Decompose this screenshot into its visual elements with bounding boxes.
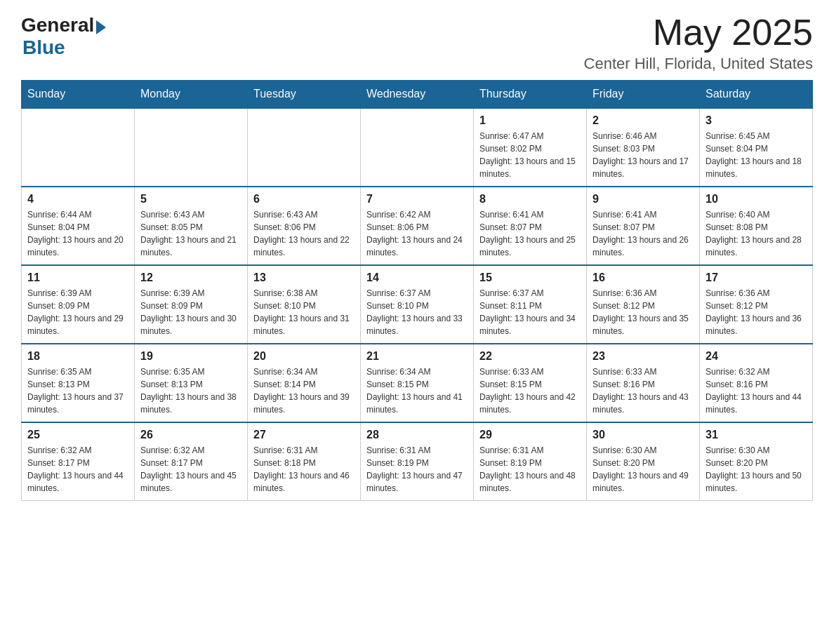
- week-row-1: 1Sunrise: 6:47 AM Sunset: 8:02 PM Daylig…: [22, 108, 813, 187]
- calendar-cell: 3Sunrise: 6:45 AM Sunset: 8:04 PM Daylig…: [700, 108, 813, 187]
- day-header-wednesday: Wednesday: [361, 81, 474, 109]
- calendar-cell: 30Sunrise: 6:30 AM Sunset: 8:20 PM Dayli…: [587, 422, 700, 501]
- calendar-cell: 14Sunrise: 6:37 AM Sunset: 8:10 PM Dayli…: [361, 265, 474, 344]
- day-info: Sunrise: 6:40 AM Sunset: 8:08 PM Dayligh…: [706, 208, 807, 259]
- day-number: 5: [140, 193, 241, 206]
- day-number: 1: [479, 114, 581, 127]
- calendar-cell: 4Sunrise: 6:44 AM Sunset: 8:04 PM Daylig…: [22, 187, 135, 265]
- day-info: Sunrise: 6:30 AM Sunset: 8:20 PM Dayligh…: [593, 444, 694, 495]
- logo-general-text: General: [21, 14, 94, 36]
- title-section: May 2025 Center Hill, Florida, United St…: [584, 14, 813, 73]
- calendar-cell: [248, 108, 361, 187]
- day-number: 19: [140, 350, 241, 363]
- day-number: 24: [706, 350, 807, 363]
- day-info: Sunrise: 6:31 AM Sunset: 8:19 PM Dayligh…: [479, 444, 581, 495]
- day-info: Sunrise: 6:32 AM Sunset: 8:17 PM Dayligh…: [140, 444, 241, 495]
- week-row-4: 18Sunrise: 6:35 AM Sunset: 8:13 PM Dayli…: [22, 344, 813, 422]
- calendar-cell: 5Sunrise: 6:43 AM Sunset: 8:05 PM Daylig…: [135, 187, 248, 265]
- day-info: Sunrise: 6:41 AM Sunset: 8:07 PM Dayligh…: [479, 208, 581, 259]
- day-number: 10: [706, 193, 807, 206]
- calendar-cell: 20Sunrise: 6:34 AM Sunset: 8:14 PM Dayli…: [248, 344, 361, 422]
- day-number: 12: [140, 271, 241, 284]
- day-info: Sunrise: 6:39 AM Sunset: 8:09 PM Dayligh…: [140, 287, 241, 337]
- calendar-cell: 28Sunrise: 6:31 AM Sunset: 8:19 PM Dayli…: [361, 422, 474, 501]
- day-number: 8: [479, 193, 581, 206]
- day-number: 4: [27, 193, 128, 206]
- day-info: Sunrise: 6:34 AM Sunset: 8:15 PM Dayligh…: [366, 365, 468, 416]
- day-info: Sunrise: 6:32 AM Sunset: 8:16 PM Dayligh…: [706, 365, 807, 416]
- day-info: Sunrise: 6:35 AM Sunset: 8:13 PM Dayligh…: [27, 365, 128, 416]
- day-info: Sunrise: 6:31 AM Sunset: 8:18 PM Dayligh…: [253, 444, 355, 495]
- day-number: 14: [366, 271, 468, 284]
- calendar-cell: 10Sunrise: 6:40 AM Sunset: 8:08 PM Dayli…: [700, 187, 813, 265]
- calendar-cell: 29Sunrise: 6:31 AM Sunset: 8:19 PM Dayli…: [474, 422, 587, 501]
- day-number: 26: [140, 429, 241, 441]
- day-number: 15: [479, 271, 581, 284]
- day-info: Sunrise: 6:39 AM Sunset: 8:09 PM Dayligh…: [27, 287, 128, 337]
- day-header-friday: Friday: [587, 81, 700, 109]
- calendar-cell: 13Sunrise: 6:38 AM Sunset: 8:10 PM Dayli…: [248, 265, 361, 344]
- day-number: 23: [593, 350, 694, 363]
- day-info: Sunrise: 6:33 AM Sunset: 8:16 PM Dayligh…: [593, 365, 694, 416]
- day-header-saturday: Saturday: [700, 81, 813, 109]
- page-header: General Blue May 2025 Center Hill, Flori…: [21, 14, 813, 73]
- day-info: Sunrise: 6:44 AM Sunset: 8:04 PM Dayligh…: [27, 208, 128, 259]
- day-number: 22: [479, 350, 581, 363]
- day-info: Sunrise: 6:36 AM Sunset: 8:12 PM Dayligh…: [593, 287, 694, 337]
- day-number: 27: [253, 429, 355, 441]
- logo-text: General: [21, 14, 106, 36]
- day-number: 18: [27, 350, 128, 363]
- day-number: 31: [706, 429, 807, 441]
- day-number: 16: [593, 271, 694, 284]
- calendar-header-row: SundayMondayTuesdayWednesdayThursdayFrid…: [22, 81, 813, 109]
- day-number: 6: [253, 193, 355, 206]
- calendar-cell: 15Sunrise: 6:37 AM Sunset: 8:11 PM Dayli…: [474, 265, 587, 344]
- logo: General Blue: [21, 14, 106, 59]
- calendar-cell: 21Sunrise: 6:34 AM Sunset: 8:15 PM Dayli…: [361, 344, 474, 422]
- calendar-cell: 22Sunrise: 6:33 AM Sunset: 8:15 PM Dayli…: [474, 344, 587, 422]
- calendar-cell: 17Sunrise: 6:36 AM Sunset: 8:12 PM Dayli…: [700, 265, 813, 344]
- month-title: May 2025: [584, 14, 813, 51]
- week-row-3: 11Sunrise: 6:39 AM Sunset: 8:09 PM Dayli…: [22, 265, 813, 344]
- day-info: Sunrise: 6:47 AM Sunset: 8:02 PM Dayligh…: [479, 130, 581, 180]
- day-number: 21: [366, 350, 468, 363]
- calendar-cell: 2Sunrise: 6:46 AM Sunset: 8:03 PM Daylig…: [587, 108, 700, 187]
- day-number: 30: [593, 429, 694, 441]
- day-info: Sunrise: 6:37 AM Sunset: 8:10 PM Dayligh…: [366, 287, 468, 337]
- logo-blue-text: Blue: [22, 36, 65, 59]
- day-info: Sunrise: 6:42 AM Sunset: 8:06 PM Dayligh…: [366, 208, 468, 259]
- calendar-cell: 11Sunrise: 6:39 AM Sunset: 8:09 PM Dayli…: [22, 265, 135, 344]
- calendar-cell: 26Sunrise: 6:32 AM Sunset: 8:17 PM Dayli…: [135, 422, 248, 501]
- calendar-cell: 19Sunrise: 6:35 AM Sunset: 8:13 PM Dayli…: [135, 344, 248, 422]
- calendar-table: SundayMondayTuesdayWednesdayThursdayFrid…: [21, 80, 813, 501]
- day-header-sunday: Sunday: [22, 81, 135, 109]
- calendar-cell: 7Sunrise: 6:42 AM Sunset: 8:06 PM Daylig…: [361, 187, 474, 265]
- day-info: Sunrise: 6:30 AM Sunset: 8:20 PM Dayligh…: [706, 444, 807, 495]
- calendar-cell: 31Sunrise: 6:30 AM Sunset: 8:20 PM Dayli…: [700, 422, 813, 501]
- calendar-cell: 1Sunrise: 6:47 AM Sunset: 8:02 PM Daylig…: [474, 108, 587, 187]
- calendar-cell: 8Sunrise: 6:41 AM Sunset: 8:07 PM Daylig…: [474, 187, 587, 265]
- calendar-cell: [135, 108, 248, 187]
- day-info: Sunrise: 6:37 AM Sunset: 8:11 PM Dayligh…: [479, 287, 581, 337]
- calendar-cell: 16Sunrise: 6:36 AM Sunset: 8:12 PM Dayli…: [587, 265, 700, 344]
- day-number: 20: [253, 350, 355, 363]
- calendar-cell: [22, 108, 135, 187]
- day-info: Sunrise: 6:33 AM Sunset: 8:15 PM Dayligh…: [479, 365, 581, 416]
- day-info: Sunrise: 6:35 AM Sunset: 8:13 PM Dayligh…: [140, 365, 241, 416]
- day-info: Sunrise: 6:41 AM Sunset: 8:07 PM Dayligh…: [593, 208, 694, 259]
- calendar-cell: 6Sunrise: 6:43 AM Sunset: 8:06 PM Daylig…: [248, 187, 361, 265]
- day-number: 17: [706, 271, 807, 284]
- logo-arrow-icon: [96, 20, 106, 34]
- calendar-cell: 12Sunrise: 6:39 AM Sunset: 8:09 PM Dayli…: [135, 265, 248, 344]
- day-info: Sunrise: 6:34 AM Sunset: 8:14 PM Dayligh…: [253, 365, 355, 416]
- day-number: 9: [593, 193, 694, 206]
- week-row-5: 25Sunrise: 6:32 AM Sunset: 8:17 PM Dayli…: [22, 422, 813, 501]
- day-info: Sunrise: 6:43 AM Sunset: 8:06 PM Dayligh…: [253, 208, 355, 259]
- day-number: 11: [27, 271, 128, 284]
- day-info: Sunrise: 6:36 AM Sunset: 8:12 PM Dayligh…: [706, 287, 807, 337]
- day-number: 7: [366, 193, 468, 206]
- day-info: Sunrise: 6:32 AM Sunset: 8:17 PM Dayligh…: [27, 444, 128, 495]
- day-header-thursday: Thursday: [474, 81, 587, 109]
- day-number: 2: [593, 114, 694, 127]
- day-number: 25: [27, 429, 128, 441]
